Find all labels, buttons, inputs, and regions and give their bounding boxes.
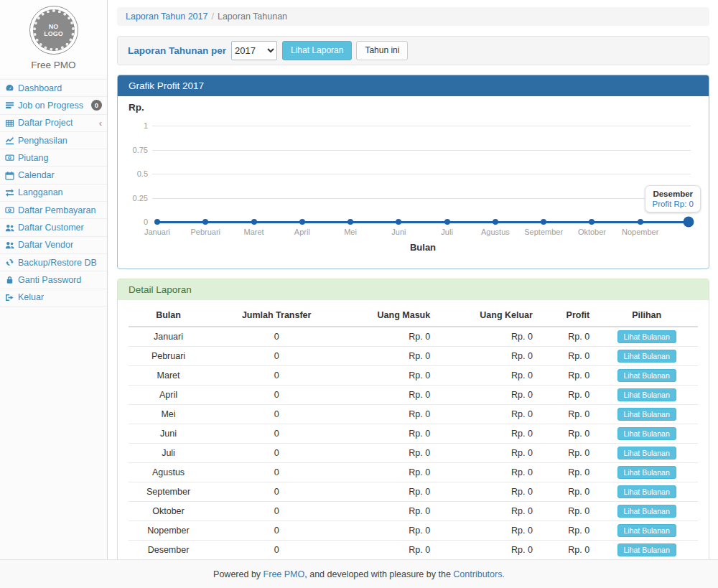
data-point-juni[interactable] (396, 219, 401, 225)
lihat-bulanan-button-juli[interactable]: Lihat Bulanan (617, 447, 676, 459)
lihat-bulanan-button-agustus[interactable]: Lihat Bulanan (617, 466, 676, 479)
cell: 0 (208, 405, 345, 424)
report-filter-bar: Laporan Tahunan per 2017 Lihat Laporan T… (117, 36, 709, 65)
cell: Rp. 0 (538, 327, 595, 347)
cell: Rp. 0 (538, 386, 595, 405)
cell: Desember (129, 541, 208, 560)
lihat-bulanan-button-januari[interactable]: Lihat Bulanan (617, 330, 676, 343)
y-tick-label: 0 (129, 218, 148, 226)
breadcrumb-link-laporan-tahun[interactable]: Laporan Tahun 2017 (126, 11, 208, 22)
chart-panel-title: Grafik Profit 2017 (118, 75, 709, 96)
lihat-bulanan-button-juni[interactable]: Lihat Bulanan (617, 427, 676, 440)
data-point-maret[interactable] (251, 219, 257, 225)
column-header-profit: Profit (538, 304, 595, 327)
cell: Rp. 0 (345, 502, 436, 521)
x-tick-label: Oktober (578, 228, 606, 236)
x-tick-label: Juli (441, 228, 453, 236)
cell: Juni (129, 424, 208, 444)
page-footer: Powered by Free PMO, and developed with … (0, 559, 718, 588)
lihat-bulanan-button-maret[interactable]: Lihat Bulanan (617, 369, 676, 382)
sidebar-item-calendar[interactable]: Calendar (0, 167, 107, 184)
year-select[interactable]: 2017 (231, 41, 277, 60)
filter-label: Laporan Tahunan per (128, 45, 226, 56)
footer-text: Powered by (213, 569, 261, 579)
data-point-desember[interactable] (684, 217, 694, 228)
sidebar-item-daftar-project[interactable]: Daftar Project‹ (0, 115, 107, 132)
lihat-bulanan-button-mei[interactable]: Lihat Bulanan (617, 408, 676, 421)
sidebar-item-dashboard[interactable]: Dashboard (0, 80, 107, 97)
lihat-bulanan-button-september[interactable]: Lihat Bulanan (617, 485, 676, 498)
users-icon (5, 241, 18, 250)
tooltip-title: Desember (652, 190, 694, 198)
chart-gridline (152, 174, 691, 174)
data-point-mei[interactable] (348, 219, 353, 225)
cell: April (129, 386, 208, 405)
profit-line-chart: Rp.00.250.50.751JanuariPebruariMaretApri… (129, 101, 698, 261)
data-point-juli[interactable] (444, 219, 450, 225)
sidebar-item-piutang[interactable]: Piutang (0, 149, 107, 167)
y-tick-label: 0.25 (129, 194, 148, 202)
table-row-september: September0Rp. 0Rp. 0Rp. 0Lihat Bulanan (129, 482, 698, 502)
y-tick-label: 0.75 (129, 146, 148, 154)
data-point-januari[interactable] (154, 219, 160, 225)
cell: Mei (129, 405, 208, 424)
line-chart-icon (5, 136, 18, 145)
cell: Rp. 0 (436, 463, 538, 482)
table-row-juni: Juni0Rp. 0Rp. 0Rp. 0Lihat Bulanan (129, 424, 698, 444)
data-point-nopember[interactable] (638, 219, 643, 225)
sidebar-item-keluar[interactable]: Keluar (0, 289, 107, 307)
data-point-pebruari[interactable] (202, 219, 208, 225)
lihat-bulanan-button-nopember[interactable]: Lihat Bulanan (617, 524, 676, 537)
cell: Rp. 0 (538, 541, 595, 560)
table-row-maret: Maret0Rp. 0Rp. 0Rp. 0Lihat Bulanan (129, 366, 698, 386)
profit-chart-panel: Grafik Profit 2017 Rp.00.250.50.751Janua… (117, 75, 709, 269)
cell: 0 (208, 482, 345, 502)
cell: Rp. 0 (345, 386, 436, 405)
sidebar-item-ganti-password[interactable]: Ganti Password (0, 271, 107, 289)
data-point-agustus[interactable] (493, 219, 498, 225)
sidebar-item-penghasilan[interactable]: Penghasilan (0, 132, 107, 149)
this-year-button[interactable]: Tahun ini (356, 41, 408, 61)
action-cell: Lihat Bulanan (595, 502, 698, 521)
data-point-oktober[interactable] (589, 219, 595, 225)
sidebar-item-daftar-vendor[interactable]: Daftar Vendor (0, 237, 107, 254)
action-cell: Lihat Bulanan (595, 482, 698, 502)
column-header-uang-masuk: Uang Masuk (345, 304, 436, 327)
lihat-bulanan-button-april[interactable]: Lihat Bulanan (617, 388, 676, 401)
logo-area: NO LOGO Free PMO (0, 0, 107, 75)
cell: Januari (129, 327, 208, 347)
sidebar-item-backup-restore-db[interactable]: Backup/Restore DB (0, 254, 107, 271)
sidebar-item-daftar-pembayaran[interactable]: Daftar Pembayaran (0, 202, 107, 219)
view-report-button[interactable]: Lihat Laporan (282, 41, 352, 61)
table-row-oktober: Oktober0Rp. 0Rp. 0Rp. 0Lihat Bulanan (129, 502, 698, 521)
main-content: Laporan Tahun 2017/Laporan Tahunan Lapor… (108, 0, 718, 559)
lihat-bulanan-button-oktober[interactable]: Lihat Bulanan (617, 505, 676, 518)
count-badge: 0 (91, 100, 102, 111)
table-row-juli: Juli0Rp. 0Rp. 0Rp. 0Lihat Bulanan (129, 444, 698, 463)
cell: Rp. 0 (345, 327, 436, 347)
cell: Rp. 0 (436, 521, 538, 541)
sidebar-item-daftar-customer[interactable]: Daftar Customer (0, 219, 107, 236)
lihat-bulanan-button-pebruari[interactable]: Lihat Bulanan (617, 350, 676, 363)
sidebar-item-job-on-progress[interactable]: Job on Progress0 (0, 97, 107, 114)
cell: Rp. 0 (436, 327, 538, 347)
cell: 0 (208, 521, 345, 541)
detail-report-panel: Detail Laporan BulanJumlah TransferUang … (117, 279, 709, 585)
table-row-pebruari: Pebruari0Rp. 0Rp. 0Rp. 0Lihat Bulanan (129, 347, 698, 366)
money-icon (5, 153, 18, 162)
cell: Rp. 0 (345, 424, 436, 444)
cell: 0 (208, 386, 345, 405)
cell: Rp. 0 (538, 463, 595, 482)
footer-link-contributors[interactable]: Contributors. (453, 569, 505, 579)
cell: Rp. 0 (345, 405, 436, 424)
data-point-september[interactable] (541, 219, 546, 225)
data-point-april[interactable] (299, 219, 305, 225)
footer-link-free-pmo[interactable]: Free PMO (264, 569, 305, 579)
sidebar-item-langganan[interactable]: Langganan (0, 185, 107, 202)
lock-icon (5, 275, 18, 284)
sidebar-item-label: Dashboard (18, 83, 62, 93)
column-header-jumlah-transfer: Jumlah Transfer (208, 304, 345, 327)
tasks-icon (5, 101, 18, 110)
lihat-bulanan-button-desember[interactable]: Lihat Bulanan (617, 543, 676, 556)
x-tick-label: Januari (144, 228, 170, 236)
